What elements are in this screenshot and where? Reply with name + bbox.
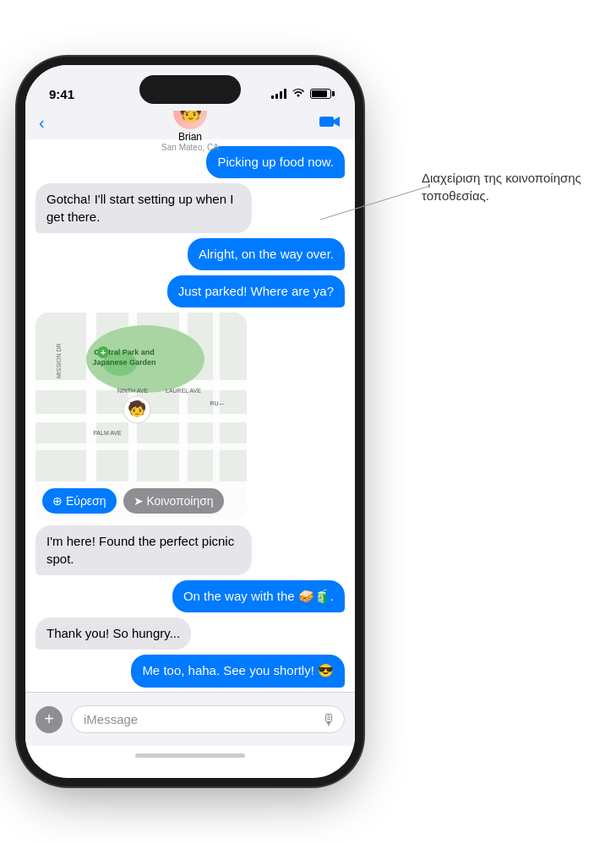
dynamic-island	[139, 75, 241, 104]
message-bubble: Just parked! Where are ya?	[167, 275, 345, 307]
annotation-line-svg	[320, 177, 430, 228]
svg-rect-5	[86, 313, 96, 481]
message-bubble: Picking up food now.	[206, 146, 345, 178]
svg-text:+: +	[101, 347, 106, 357]
svg-rect-8	[213, 313, 220, 481]
battery-icon	[310, 89, 331, 99]
message-row: Just parked! Where are ya?	[35, 275, 345, 307]
svg-text:RU—: RU—	[210, 400, 224, 406]
map-bubble[interactable]: Central Park and Japanese Garden + MISSI…	[35, 313, 247, 520]
message-row: Thank you! So hungry...	[35, 617, 345, 650]
svg-line-22	[320, 186, 430, 220]
svg-rect-0	[319, 117, 334, 127]
annotation: Διαχείριση της κοινοποίησης τοποθεσίας.	[422, 169, 591, 204]
message-row-map: Central Park and Japanese Garden + MISSI…	[35, 313, 345, 520]
message-bubble: Alright, on the way over.	[188, 238, 345, 270]
signal-icon	[271, 89, 286, 99]
message-input-wrapper: iMessage 🎙	[71, 705, 345, 733]
message-row: Alright, on the way over.	[35, 238, 345, 270]
contact-name: Brian	[178, 131, 202, 143]
message-bubble: Thank you! So hungry...	[35, 617, 191, 650]
input-bar: + iMessage 🎙	[25, 692, 355, 746]
map-view[interactable]: Central Park and Japanese Garden + MISSI…	[35, 313, 247, 481]
map-buttons: ⊕ Εύρεση ➤ Κοινοποίηση	[35, 481, 247, 520]
back-button[interactable]: ‹	[39, 114, 45, 133]
message-row: I'm here! Found the perfect picnic spot.	[35, 525, 345, 575]
svg-text:LAUREL AVE: LAUREL AVE	[166, 388, 201, 394]
home-bar	[135, 753, 245, 758]
status-time: 9:41	[49, 87, 74, 101]
message-row: On the way with the 🥪🧃.	[35, 580, 345, 612]
annotation-text: Διαχείριση της κοινοποίησης τοποθεσίας.	[422, 171, 581, 203]
phone-frame: 9:41 ‹ 🧒	[25, 65, 355, 778]
video-call-button[interactable]	[319, 114, 341, 133]
svg-text:🧒: 🧒	[128, 400, 147, 418]
svg-text:Japanese Garden: Japanese Garden	[92, 358, 155, 367]
svg-text:NINTH AVE: NINTH AVE	[117, 388, 149, 394]
home-indicator	[25, 746, 355, 764]
message-bubble: On the way with the 🥪🧃.	[172, 580, 345, 612]
messages-list: Picking up food now. Gotcha! I'll start …	[25, 139, 355, 692]
message-bubble: I'm here! Found the perfect picnic spot.	[35, 525, 252, 575]
message-input[interactable]: iMessage	[71, 705, 345, 733]
message-row: Gotcha! I'll start setting up when I get…	[35, 183, 345, 233]
message-bubble: Me too, haha. See you shortly! 😎	[131, 655, 345, 687]
nav-bar: ‹ 🧒 Brian San Mateo, CA	[25, 111, 355, 139]
share-button[interactable]: ➤ Κοινοποίηση	[123, 488, 224, 514]
message-row: Me too, haha. See you shortly! 😎	[35, 655, 345, 687]
svg-text:PALM AVE: PALM AVE	[93, 430, 122, 436]
message-bubble: Gotcha! I'll start setting up when I get…	[35, 183, 252, 233]
svg-point-23	[428, 184, 431, 188]
scene: 9:41 ‹ 🧒	[0, 0, 616, 843]
microphone-button[interactable]: 🎙	[321, 710, 336, 728]
status-icons	[271, 87, 331, 101]
wifi-icon	[292, 87, 305, 101]
find-button[interactable]: ⊕ Εύρεση	[42, 488, 117, 514]
plus-button[interactable]: +	[35, 706, 63, 733]
svg-text:MISSION DR: MISSION DR	[56, 344, 62, 379]
contact-subtitle: San Mateo, CA	[161, 143, 219, 152]
